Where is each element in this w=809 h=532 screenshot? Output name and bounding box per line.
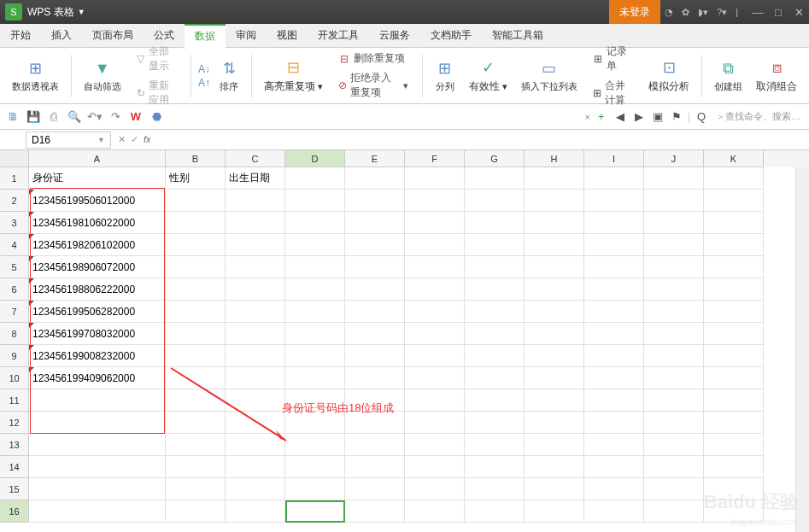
cell-E15[interactable] [345,478,405,500]
row-header-8[interactable]: 8 [0,323,29,345]
menu-文档助手[interactable]: 文档助手 [420,24,482,48]
col-header-C[interactable]: C [226,150,285,167]
cell-A6[interactable]: 123456198806222000 [29,278,166,301]
cell-F5[interactable] [405,256,465,278]
select-all-corner[interactable] [0,150,29,167]
cell-D7[interactable] [285,301,345,323]
cell-K11[interactable] [704,389,764,412]
minimize-button[interactable]: — [747,0,768,24]
cell-I10[interactable] [584,367,644,389]
menu-云服务[interactable]: 云服务 [369,24,420,48]
cell-D14[interactable] [285,456,345,478]
cell-J14[interactable] [644,456,704,478]
menu-开始[interactable]: 开始 [0,24,41,48]
row-header-15[interactable]: 15 [0,478,29,500]
cell-I6[interactable] [584,278,644,301]
cell-G16[interactable] [465,500,525,523]
col-header-B[interactable]: B [166,150,226,167]
cell-C5[interactable] [226,256,285,278]
cell-H9[interactable] [525,345,584,367]
cell-F11[interactable] [405,389,465,412]
cell-H1[interactable] [525,167,584,190]
cell-C6[interactable] [226,278,285,301]
show-all-button[interactable]: ▽全部显示 [133,43,181,75]
cell-D5[interactable] [285,256,345,278]
row-header-14[interactable]: 14 [0,456,29,478]
cell-I4[interactable] [584,234,644,256]
cell-J8[interactable] [644,323,704,345]
row-header-6[interactable]: 6 [0,278,29,301]
tab-close-icon[interactable]: × [584,112,589,122]
skin-icon[interactable]: ◗▾ [694,7,712,18]
cell-F6[interactable] [405,278,465,301]
cell-A14[interactable] [29,456,166,478]
name-box[interactable]: D16▼ [26,132,111,149]
cell-A9[interactable]: 123456199008232000 [29,345,166,367]
cell-A13[interactable] [29,434,166,456]
close-button[interactable]: ✕ [788,0,809,24]
preview-icon[interactable]: 🔍 [67,109,82,125]
cell-H3[interactable] [525,212,584,234]
sync-icon[interactable]: ◔ [660,7,677,18]
cell-I9[interactable] [584,345,644,367]
col-header-D[interactable]: D [285,150,345,167]
settings-icon[interactable]: ✿ [677,7,694,18]
cell-G11[interactable] [465,389,525,412]
cell-H11[interactable] [525,389,584,412]
fx-icon[interactable]: fx [144,134,151,145]
cell-G10[interactable] [465,367,525,389]
cell-K3[interactable] [704,212,764,234]
cell-G12[interactable] [465,412,525,434]
cell-K4[interactable] [704,234,764,256]
cell-G13[interactable] [465,434,525,456]
cell-E5[interactable] [345,256,405,278]
cell-B7[interactable] [166,301,226,323]
new-icon[interactable]: 🗎 [5,109,21,125]
cancel-icon[interactable]: ✕ [118,134,126,145]
cell-H2[interactable] [525,190,584,212]
cube-icon[interactable]: ⬣ [149,109,164,125]
cell-G7[interactable] [465,301,525,323]
row-header-7[interactable]: 7 [0,301,29,323]
cell-A12[interactable] [29,412,166,434]
cell-C16[interactable] [226,500,285,523]
consolidate-button[interactable]: ⊞合并计算 [589,77,637,109]
cell-E10[interactable] [345,367,405,389]
cell-I15[interactable] [584,478,644,500]
menu-智能工具箱[interactable]: 智能工具箱 [482,24,554,48]
cell-H5[interactable] [525,256,584,278]
cell-A11[interactable] [29,389,166,412]
cell-A2[interactable]: 123456199506012000 [29,190,166,212]
cell-B2[interactable] [166,190,226,212]
cell-A10[interactable]: 123456199409062000 [29,367,166,389]
menu-审阅[interactable]: 审阅 [226,24,267,48]
cell-K9[interactable] [704,345,764,367]
row-header-9[interactable]: 9 [0,345,29,367]
cell-H8[interactable] [525,323,584,345]
row-header-1[interactable]: 1 [0,167,29,190]
cell-J1[interactable] [644,167,704,190]
cell-B5[interactable] [166,256,226,278]
highlight-dup-button[interactable]: ⊟ 高亮重复项 ▾ [259,51,328,101]
cell-B16[interactable] [166,500,226,523]
cell-E7[interactable] [345,301,405,323]
cell-C4[interactable] [226,234,285,256]
cell-G8[interactable] [465,323,525,345]
save-icon[interactable]: 💾 [26,109,41,125]
cell-J11[interactable] [644,389,704,412]
cell-F4[interactable] [405,234,465,256]
cell-E1[interactable] [345,167,405,190]
cell-I16[interactable] [584,500,644,523]
col-header-K[interactable]: K [704,150,764,167]
cell-A5[interactable]: 123456198906072000 [29,256,166,278]
cell-E14[interactable] [345,456,405,478]
cell-B6[interactable] [166,278,226,301]
cell-H13[interactable] [525,434,584,456]
help-icon[interactable]: ?▾ [712,7,731,18]
undo-icon[interactable]: ↶▾ [87,109,103,125]
cell-H4[interactable] [525,234,584,256]
cell-J4[interactable] [644,234,704,256]
nav-left-icon[interactable]: ◀ [613,109,628,125]
cell-J6[interactable] [644,278,704,301]
menu-数据[interactable]: 数据 [185,24,226,48]
